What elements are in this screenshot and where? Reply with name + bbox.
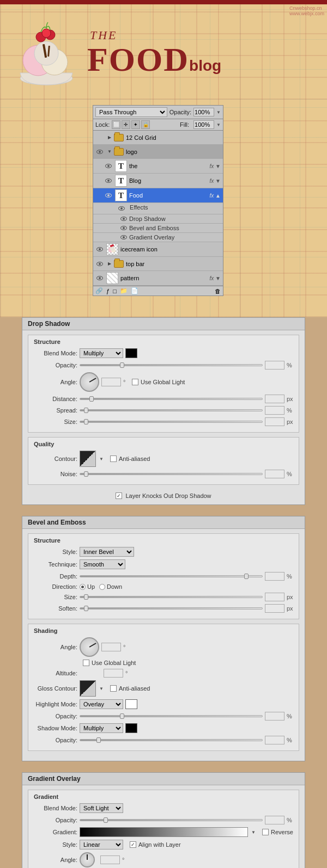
effect-drop-shadow[interactable]: Drop Shadow [93,214,223,224]
be-size-input[interactable]: 0 [265,593,284,601]
opacity-input[interactable] [193,108,214,116]
ds-noise-input[interactable]: 0 [265,470,284,478]
be-size-slider[interactable] [80,596,263,598]
eye-the-icon[interactable] [104,162,113,170]
be-radio-up[interactable] [80,584,86,590]
be-soften-slider[interactable] [80,607,263,610]
eye-gradient-overlay-icon[interactable] [120,235,127,239]
ds-distance-input[interactable]: 1 [265,395,284,403]
blend-mode-select[interactable]: Pass Through Normal Multiply [95,107,167,117]
eye-blog-icon[interactable] [104,176,113,185]
ds-opacity-slider[interactable] [80,364,263,366]
eye-logo-icon[interactable] [95,147,104,156]
be-highlight-mode-select[interactable]: Overlay Normal Screen [80,699,123,709]
go-angle-dial[interactable] [80,852,95,867]
be-shadow-color[interactable] [125,723,137,733]
ds-global-light-checkbox[interactable] [132,379,138,385]
ds-size-input[interactable]: 0 [265,417,284,426]
eye-drop-shadow-icon[interactable] [120,217,127,221]
go-opacity-slider[interactable] [80,819,263,821]
be-shadow-opacity-input[interactable]: 10 [265,736,284,744]
go-opacity-input[interactable]: 15 [265,816,284,824]
go-style-select[interactable]: Linear Radial Angle [80,840,123,849]
be-depth-slider[interactable] [80,575,263,577]
opacity-dropdown-icon[interactable]: ▼ [216,110,221,115]
eye-top-bar-icon[interactable] [95,260,104,268]
layer-food[interactable]: T Food fx ▲ [93,188,223,203]
go-reverse-checkbox[interactable] [262,829,269,835]
ds-quality-title: Quality [34,441,293,447]
be-direction-down[interactable]: Down [99,583,122,590]
ds-contour-preview[interactable] [80,451,96,467]
layer-logo[interactable]: ▼ logo [93,145,223,159]
be-highlight-opacity-input[interactable]: 25 [265,712,284,721]
arrow-logo-icon[interactable]: ▼ [106,149,113,155]
svg-point-3 [34,41,58,65]
eye-icecream-icon[interactable] [95,245,104,254]
go-gradient-arrow[interactable]: ▼ [251,830,256,835]
link-layers-icon[interactable]: 🔗 [95,287,103,294]
effect-gradient-overlay[interactable]: Gradient Overlay [93,233,223,242]
ds-angle-dial[interactable] [80,372,99,392]
lock-move-icon[interactable]: ✛ [122,120,130,129]
be-anti-aliased-checkbox[interactable] [110,685,117,692]
eye-pattern-icon[interactable] [95,274,104,282]
go-gradient-preview[interactable] [80,827,248,837]
be-technique-select[interactable]: Smooth Chisel Hard Chisel Soft [80,559,125,569]
layer-the[interactable]: T the fx ▼ [93,159,223,174]
be-altitude-input[interactable]: 30 [104,669,123,678]
ds-angle-input[interactable]: 120 [101,378,121,386]
eye-food-icon[interactable] [104,191,113,200]
new-group-icon[interactable]: 📁 [120,287,128,294]
be-radio-down[interactable] [99,584,105,590]
ds-blend-mode-select[interactable]: Multiply Normal Overlay [80,348,123,358]
be-contour-arrow[interactable]: ▼ [99,686,104,691]
ds-layer-knocks-checkbox[interactable] [116,493,122,499]
be-depth-input[interactable]: 100 [265,572,284,581]
delete-layer-icon[interactable]: 🗑 [215,288,221,294]
be-global-light-checkbox[interactable] [83,660,89,666]
be-angle-dial[interactable] [80,637,99,657]
be-direction-up[interactable]: Up [80,583,95,590]
go-angle-input[interactable]: 90 [100,855,120,864]
ds-anti-aliased-checkbox[interactable] [110,455,117,462]
add-mask-icon[interactable]: □ [113,288,117,294]
fill-dropdown-icon[interactable]: ▼ [216,122,221,127]
fill-input[interactable] [193,120,214,129]
ds-opacity-unit: % [287,362,293,368]
eye-bevel-emboss-icon[interactable] [120,226,127,230]
be-highlight-opacity-slider[interactable] [80,715,263,717]
effect-bevel-emboss[interactable]: Bevel and Emboss [93,224,223,233]
go-blend-mode-select[interactable]: Soft Light Normal Multiply Overlay [80,803,123,813]
go-align-checkbox[interactable] [130,841,136,848]
layer-pattern[interactable]: pattern fx ▼ [93,271,223,286]
arrow-top-bar-icon[interactable]: ▶ [106,261,113,267]
ds-spread-input[interactable]: 0 [265,406,284,415]
be-style-select[interactable]: Inner Bevel Outer Bevel Emboss [80,547,134,557]
new-layer-icon[interactable]: 📄 [131,287,138,294]
ds-noise-slider[interactable] [80,473,263,475]
layer-12-col-grid[interactable]: ▶ 12 Col Grid [93,131,223,145]
lock-position-icon[interactable]: ✦ [131,120,140,129]
layer-blog[interactable]: T Blog fx ▼ [93,174,223,188]
layer-icecream-icon[interactable]: icecream icon [93,242,223,257]
ds-spread-slider[interactable] [80,409,263,411]
be-angle-input[interactable]: 120 [101,643,121,651]
ds-distance-slider[interactable] [80,398,263,400]
ds-contour-arrow[interactable]: ▼ [99,457,104,461]
lock-all-icon[interactable]: 🔒 [141,120,150,129]
add-style-icon[interactable]: ƒ [106,288,110,294]
ds-opacity-input[interactable]: 25 [265,361,284,370]
ds-color-swatch[interactable] [125,348,137,358]
layer-top-bar[interactable]: ▶ top bar [93,257,223,271]
arrow-12col-icon[interactable]: ▶ [106,134,113,141]
lock-transparent-icon[interactable]: ⬜ [112,120,120,129]
be-highlight-color[interactable] [125,699,137,709]
be-shadow-mode-select[interactable]: Multiply Normal Overlay [80,723,123,733]
ds-size-slider[interactable] [80,421,263,423]
eye-12col-icon[interactable] [95,133,104,142]
be-soften-input[interactable]: 0 [265,604,284,613]
be-gloss-contour-preview[interactable] [80,680,96,697]
be-shadow-opacity-slider[interactable] [80,739,263,741]
be-soften-row: Soften: 0 px [34,604,293,613]
